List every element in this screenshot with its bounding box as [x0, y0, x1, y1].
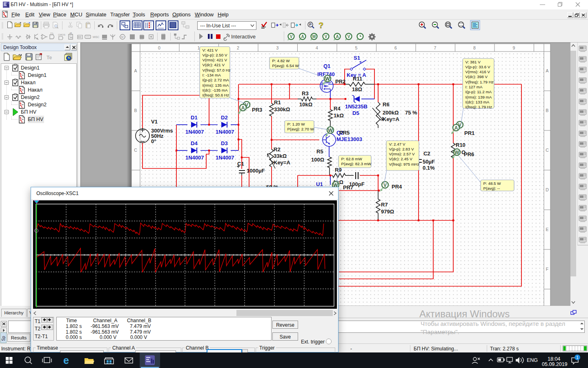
svg-text:Накал: Накал [21, 80, 36, 85]
svg-text:Q1: Q1 [323, 63, 330, 69]
svg-text:V(dc): 421 V: V(dc): 421 V [203, 63, 225, 67]
svg-text:1N4007: 1N4007 [216, 129, 234, 135]
svg-text:10kΩ: 10kΩ [299, 101, 312, 108]
svg-text:A: A [454, 125, 458, 131]
svg-text:MJE13003: MJE13003 [336, 136, 362, 142]
svg-text:D: D [546, 187, 549, 192]
svg-text:6: 6 [394, 45, 397, 50]
svg-text:I(rms): 139 mA: I(rms): 139 mA [466, 95, 492, 99]
svg-text:33kΩ: 33kΩ [274, 153, 287, 159]
svg-text:A: A [301, 34, 304, 39]
svg-text:U1: U1 [316, 181, 323, 187]
svg-text:18Ω: 18Ω [352, 86, 362, 92]
svg-text:A: A [241, 105, 245, 111]
svg-text:P: P [309, 22, 312, 27]
svg-text:P: 4.82 W: P: 4.82 W [272, 58, 290, 63]
svg-text:V: V [383, 182, 387, 188]
svg-text:C2: C2 [423, 150, 430, 157]
svg-text:F: F [546, 267, 548, 272]
svg-text:V(dc): 2.45 V: V(dc): 2.45 V [389, 157, 413, 161]
svg-text:1N4007: 1N4007 [185, 155, 204, 161]
svg-text:50µF: 50µF [423, 159, 435, 165]
svg-text:PR5: PR5 [339, 130, 350, 136]
svg-text:V: 2.47 V: V: 2.47 V [389, 142, 405, 146]
svg-text:V: 381 V: V: 381 V [466, 60, 481, 64]
svg-text:PR6: PR6 [464, 151, 474, 157]
svg-text:P(avg): 2.70 W: P(avg): 2.70 W [287, 127, 314, 131]
svg-text:PR3: PR3 [252, 107, 262, 113]
svg-text:V: 421 V: V: 421 V [203, 48, 218, 52]
svg-text:D1: D1 [191, 114, 198, 121]
svg-text:V(rms): 416 V: V(rms): 416 V [466, 70, 490, 74]
svg-text:R5: R5 [316, 148, 323, 155]
svg-text:V(rms): 2.57 V: V(rms): 2.57 V [389, 152, 415, 156]
svg-text:1N5235B: 1N5235B [345, 103, 368, 110]
svg-text:P: 48.5 W: P: 48.5 W [483, 181, 501, 186]
svg-text:I(freq): 1.79 Hz: I(freq): 1.79 Hz [466, 105, 492, 109]
svg-text:I: 127 mA: I: 127 mA [466, 85, 483, 89]
svg-text:I(dc): -135 mA: I(dc): -135 mA [203, 88, 228, 92]
svg-text:R6: R6 [383, 101, 390, 108]
svg-text:I(p-p): 2.72 mA: I(p-p): 2.72 mA [203, 78, 229, 82]
svg-text:W: W [328, 128, 333, 133]
svg-text:3: 3 [276, 45, 279, 50]
svg-text:8: 8 [473, 45, 476, 50]
svg-text:A: A [134, 68, 137, 73]
svg-text:D4: D4 [191, 140, 198, 146]
svg-text:R4: R4 [334, 105, 341, 112]
svg-text:TTL: TTL [50, 32, 54, 35]
svg-text:W: W [454, 150, 459, 155]
svg-text:330kΩ: 330kΩ [274, 106, 290, 112]
svg-text:I(freq): 50.6 Hz: I(freq): 50.6 Hz [203, 93, 229, 97]
svg-text:979Ω: 979Ω [381, 209, 394, 215]
svg-text:0.1%: 0.1% [423, 165, 435, 171]
svg-text:V(dc): 398 V: V(dc): 398 V [466, 74, 488, 79]
svg-text:Накал: Накал [28, 87, 42, 93]
svg-text:P: 62.8 mW: P: 62.8 mW [341, 157, 363, 161]
svg-text:1kΩ: 1kΩ [334, 112, 344, 119]
svg-text:Key=A: Key=A [383, 116, 399, 122]
svg-text:?: ? [318, 21, 323, 30]
svg-text:V(p-p): 33.6 V: V(p-p): 33.6 V [466, 65, 490, 69]
svg-text:75 %: 75 % [405, 110, 417, 116]
svg-text:R2: R2 [274, 146, 281, 153]
svg-text:0: 0 [158, 45, 160, 50]
svg-text:0°: 0° [151, 138, 156, 144]
svg-text:I(p-p): 11.2 mA: I(p-p): 11.2 mA [466, 90, 492, 94]
svg-text:C1: C1 [237, 161, 244, 167]
svg-text:P(avg): 6.54 W: P(avg): 6.54 W [272, 63, 299, 68]
svg-text:W: W [325, 76, 330, 82]
svg-text:R11: R11 [353, 76, 362, 82]
svg-text:e: e [63, 355, 69, 366]
svg-text:БП HV: БП HV [28, 117, 44, 122]
svg-text:05.09.2019: 05.09.2019 [542, 361, 568, 367]
svg-text:V(freq): 57.0 Hz: V(freq): 57.0 Hz [203, 68, 231, 72]
svg-text:R3: R3 [302, 90, 309, 96]
svg-text:4: 4 [316, 45, 318, 50]
svg-text:B: B [134, 108, 137, 113]
svg-text:E: E [546, 227, 548, 232]
svg-text:200kΩ: 200kΩ [383, 110, 399, 116]
svg-text:PR1: PR1 [464, 130, 474, 136]
svg-text:Design1: Design1 [28, 72, 47, 78]
svg-text:V(rms): 421 V: V(rms): 421 V [203, 58, 227, 62]
svg-text:C: C [134, 148, 137, 153]
svg-text:100Ω: 100Ω [311, 157, 324, 163]
svg-text:P(avg): --: P(avg): -- [483, 186, 500, 191]
svg-text:1N4007: 1N4007 [216, 155, 234, 161]
svg-text:PR4: PR4 [392, 184, 402, 190]
svg-text:1000µF: 1000µF [247, 168, 265, 174]
svg-text:V(freq): 975 mHz: V(freq): 975 mHz [389, 162, 420, 166]
svg-text:Interactive: Interactive [231, 34, 256, 40]
svg-text:ENG: ENG [527, 357, 538, 363]
svg-text:V(freq): 1.79 Hz: V(freq): 1.79 Hz [466, 80, 494, 84]
svg-text:P: 1.20 W: P: 1.20 W [287, 122, 305, 126]
svg-text:R7: R7 [381, 202, 388, 208]
svg-text:PR7: PR7 [343, 184, 353, 191]
svg-text:V1: V1 [151, 119, 158, 125]
svg-text:2: 2 [237, 45, 239, 50]
svg-text:I: -134 mA: I: -134 mA [203, 73, 221, 77]
svg-text:V: V [347, 34, 350, 39]
svg-text:R10: R10 [456, 142, 466, 148]
svg-text:7: 7 [434, 45, 437, 50]
